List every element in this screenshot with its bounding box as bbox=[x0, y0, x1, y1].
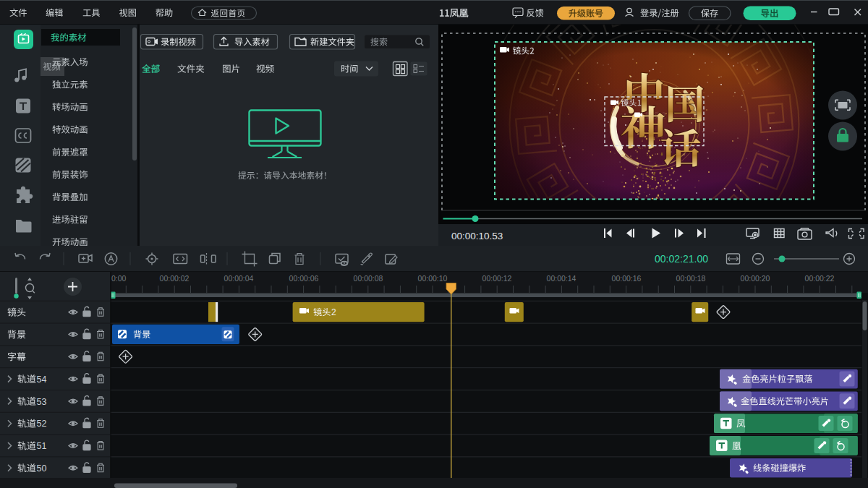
svg-text:53: 53 bbox=[37, 397, 47, 407]
svg-text:00:00:18: 00:00:18 bbox=[676, 274, 706, 283]
svg-text:00:00:06: 00:00:06 bbox=[289, 274, 319, 283]
svg-text:00:00:02: 00:00:02 bbox=[160, 274, 190, 283]
svg-text:52: 52 bbox=[37, 419, 47, 429]
svg-text:00:00:16: 00:00:16 bbox=[612, 274, 642, 283]
svg-text:00:02:21.00: 00:02:21.00 bbox=[655, 253, 708, 265]
svg-text:00:00:10: 00:00:10 bbox=[418, 274, 448, 283]
svg-text:50: 50 bbox=[37, 463, 47, 474]
svg-text:00:00:04: 00:00:04 bbox=[224, 274, 254, 283]
svg-text:54: 54 bbox=[37, 374, 47, 385]
svg-text:2: 2 bbox=[331, 307, 336, 317]
svg-text:51: 51 bbox=[37, 441, 47, 451]
svg-text:00:00:20: 00:00:20 bbox=[741, 274, 770, 283]
svg-text:00:00:10.53: 00:00:10.53 bbox=[451, 231, 503, 241]
svg-text:00:00:14: 00:00:14 bbox=[547, 274, 576, 283]
svg-text:00:00:22: 00:00:22 bbox=[805, 274, 835, 283]
svg-text:00:00:12: 00:00:12 bbox=[482, 274, 512, 283]
svg-text:0:00: 0:00 bbox=[111, 274, 127, 283]
svg-text:00:00:08: 00:00:08 bbox=[354, 274, 383, 283]
